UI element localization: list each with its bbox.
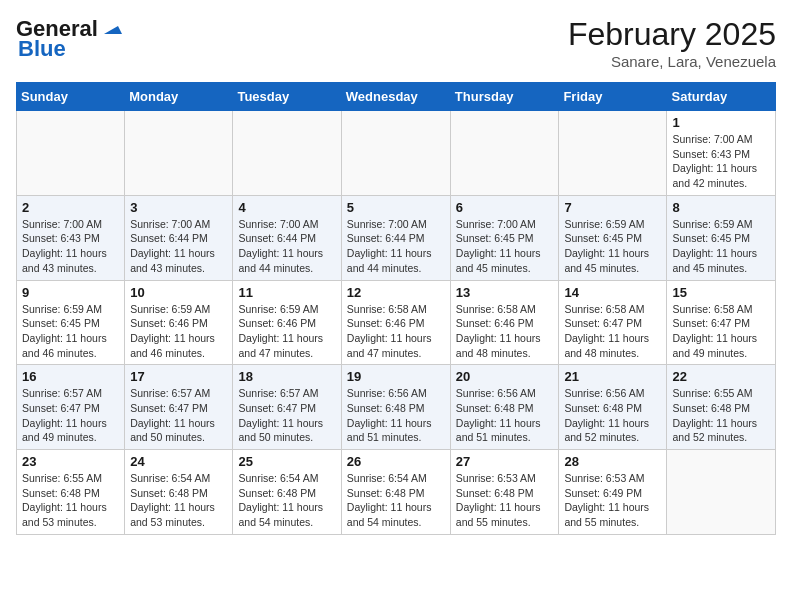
weekday-header-saturday: Saturday	[667, 83, 776, 111]
day-info: Sunrise: 7:00 AM Sunset: 6:44 PM Dayligh…	[130, 217, 227, 276]
day-number: 12	[347, 285, 445, 300]
day-info: Sunrise: 6:58 AM Sunset: 6:47 PM Dayligh…	[672, 302, 770, 361]
day-number: 4	[238, 200, 335, 215]
calendar-cell: 19Sunrise: 6:56 AM Sunset: 6:48 PM Dayli…	[341, 365, 450, 450]
calendar-cell: 17Sunrise: 6:57 AM Sunset: 6:47 PM Dayli…	[125, 365, 233, 450]
calendar-cell: 7Sunrise: 6:59 AM Sunset: 6:45 PM Daylig…	[559, 195, 667, 280]
day-number: 3	[130, 200, 227, 215]
day-info: Sunrise: 6:57 AM Sunset: 6:47 PM Dayligh…	[238, 386, 335, 445]
calendar-cell	[125, 111, 233, 196]
weekday-header-wednesday: Wednesday	[341, 83, 450, 111]
calendar-cell	[341, 111, 450, 196]
weekday-header-row: SundayMondayTuesdayWednesdayThursdayFrid…	[17, 83, 776, 111]
calendar-cell: 26Sunrise: 6:54 AM Sunset: 6:48 PM Dayli…	[341, 450, 450, 535]
day-number: 7	[564, 200, 661, 215]
calendar-week-row: 1Sunrise: 7:00 AM Sunset: 6:43 PM Daylig…	[17, 111, 776, 196]
day-info: Sunrise: 6:59 AM Sunset: 6:45 PM Dayligh…	[672, 217, 770, 276]
calendar-cell: 5Sunrise: 7:00 AM Sunset: 6:44 PM Daylig…	[341, 195, 450, 280]
calendar-cell	[667, 450, 776, 535]
day-number: 16	[22, 369, 119, 384]
calendar-week-row: 23Sunrise: 6:55 AM Sunset: 6:48 PM Dayli…	[17, 450, 776, 535]
day-number: 5	[347, 200, 445, 215]
calendar-week-row: 2Sunrise: 7:00 AM Sunset: 6:43 PM Daylig…	[17, 195, 776, 280]
calendar-cell: 10Sunrise: 6:59 AM Sunset: 6:46 PM Dayli…	[125, 280, 233, 365]
day-number: 17	[130, 369, 227, 384]
month-title: February 2025	[568, 16, 776, 53]
calendar-cell: 24Sunrise: 6:54 AM Sunset: 6:48 PM Dayli…	[125, 450, 233, 535]
calendar-cell: 20Sunrise: 6:56 AM Sunset: 6:48 PM Dayli…	[450, 365, 559, 450]
day-number: 9	[22, 285, 119, 300]
day-info: Sunrise: 6:54 AM Sunset: 6:48 PM Dayligh…	[238, 471, 335, 530]
calendar-cell	[559, 111, 667, 196]
weekday-header-thursday: Thursday	[450, 83, 559, 111]
calendar-cell	[233, 111, 341, 196]
day-number: 15	[672, 285, 770, 300]
day-info: Sunrise: 7:00 AM Sunset: 6:45 PM Dayligh…	[456, 217, 554, 276]
location: Sanare, Lara, Venezuela	[568, 53, 776, 70]
day-info: Sunrise: 6:53 AM Sunset: 6:49 PM Dayligh…	[564, 471, 661, 530]
day-info: Sunrise: 6:55 AM Sunset: 6:48 PM Dayligh…	[672, 386, 770, 445]
day-info: Sunrise: 6:56 AM Sunset: 6:48 PM Dayligh…	[564, 386, 661, 445]
day-number: 18	[238, 369, 335, 384]
day-number: 13	[456, 285, 554, 300]
calendar-cell: 22Sunrise: 6:55 AM Sunset: 6:48 PM Dayli…	[667, 365, 776, 450]
day-number: 22	[672, 369, 770, 384]
page-header: General Blue February 2025 Sanare, Lara,…	[16, 16, 776, 70]
calendar-cell: 25Sunrise: 6:54 AM Sunset: 6:48 PM Dayli…	[233, 450, 341, 535]
svg-marker-0	[104, 26, 122, 34]
calendar-week-row: 16Sunrise: 6:57 AM Sunset: 6:47 PM Dayli…	[17, 365, 776, 450]
day-info: Sunrise: 7:00 AM Sunset: 6:44 PM Dayligh…	[238, 217, 335, 276]
day-info: Sunrise: 6:56 AM Sunset: 6:48 PM Dayligh…	[456, 386, 554, 445]
calendar-cell: 23Sunrise: 6:55 AM Sunset: 6:48 PM Dayli…	[17, 450, 125, 535]
weekday-header-friday: Friday	[559, 83, 667, 111]
title-block: February 2025 Sanare, Lara, Venezuela	[568, 16, 776, 70]
weekday-header-sunday: Sunday	[17, 83, 125, 111]
day-info: Sunrise: 6:53 AM Sunset: 6:48 PM Dayligh…	[456, 471, 554, 530]
day-info: Sunrise: 6:55 AM Sunset: 6:48 PM Dayligh…	[22, 471, 119, 530]
logo-blue-text: Blue	[18, 36, 66, 62]
day-number: 28	[564, 454, 661, 469]
day-number: 2	[22, 200, 119, 215]
calendar-cell: 3Sunrise: 7:00 AM Sunset: 6:44 PM Daylig…	[125, 195, 233, 280]
logo-icon	[100, 16, 122, 38]
day-info: Sunrise: 6:59 AM Sunset: 6:45 PM Dayligh…	[564, 217, 661, 276]
day-number: 26	[347, 454, 445, 469]
day-number: 19	[347, 369, 445, 384]
day-info: Sunrise: 7:00 AM Sunset: 6:43 PM Dayligh…	[22, 217, 119, 276]
day-info: Sunrise: 7:00 AM Sunset: 6:43 PM Dayligh…	[672, 132, 770, 191]
day-info: Sunrise: 6:59 AM Sunset: 6:46 PM Dayligh…	[130, 302, 227, 361]
day-info: Sunrise: 6:56 AM Sunset: 6:48 PM Dayligh…	[347, 386, 445, 445]
day-number: 25	[238, 454, 335, 469]
logo: General Blue	[16, 16, 122, 62]
day-number: 14	[564, 285, 661, 300]
calendar-cell: 27Sunrise: 6:53 AM Sunset: 6:48 PM Dayli…	[450, 450, 559, 535]
day-number: 10	[130, 285, 227, 300]
day-info: Sunrise: 7:00 AM Sunset: 6:44 PM Dayligh…	[347, 217, 445, 276]
calendar-table: SundayMondayTuesdayWednesdayThursdayFrid…	[16, 82, 776, 535]
calendar-cell: 15Sunrise: 6:58 AM Sunset: 6:47 PM Dayli…	[667, 280, 776, 365]
calendar-cell: 13Sunrise: 6:58 AM Sunset: 6:46 PM Dayli…	[450, 280, 559, 365]
calendar-cell: 2Sunrise: 7:00 AM Sunset: 6:43 PM Daylig…	[17, 195, 125, 280]
day-number: 8	[672, 200, 770, 215]
weekday-header-monday: Monday	[125, 83, 233, 111]
day-number: 23	[22, 454, 119, 469]
day-info: Sunrise: 6:57 AM Sunset: 6:47 PM Dayligh…	[22, 386, 119, 445]
day-info: Sunrise: 6:59 AM Sunset: 6:46 PM Dayligh…	[238, 302, 335, 361]
day-info: Sunrise: 6:54 AM Sunset: 6:48 PM Dayligh…	[347, 471, 445, 530]
calendar-cell: 8Sunrise: 6:59 AM Sunset: 6:45 PM Daylig…	[667, 195, 776, 280]
day-number: 1	[672, 115, 770, 130]
day-info: Sunrise: 6:54 AM Sunset: 6:48 PM Dayligh…	[130, 471, 227, 530]
calendar-cell: 16Sunrise: 6:57 AM Sunset: 6:47 PM Dayli…	[17, 365, 125, 450]
day-info: Sunrise: 6:58 AM Sunset: 6:46 PM Dayligh…	[347, 302, 445, 361]
day-number: 21	[564, 369, 661, 384]
calendar-cell: 14Sunrise: 6:58 AM Sunset: 6:47 PM Dayli…	[559, 280, 667, 365]
day-number: 20	[456, 369, 554, 384]
day-info: Sunrise: 6:57 AM Sunset: 6:47 PM Dayligh…	[130, 386, 227, 445]
day-number: 11	[238, 285, 335, 300]
day-info: Sunrise: 6:58 AM Sunset: 6:46 PM Dayligh…	[456, 302, 554, 361]
weekday-header-tuesday: Tuesday	[233, 83, 341, 111]
calendar-cell: 9Sunrise: 6:59 AM Sunset: 6:45 PM Daylig…	[17, 280, 125, 365]
day-info: Sunrise: 6:58 AM Sunset: 6:47 PM Dayligh…	[564, 302, 661, 361]
day-number: 27	[456, 454, 554, 469]
calendar-cell: 21Sunrise: 6:56 AM Sunset: 6:48 PM Dayli…	[559, 365, 667, 450]
